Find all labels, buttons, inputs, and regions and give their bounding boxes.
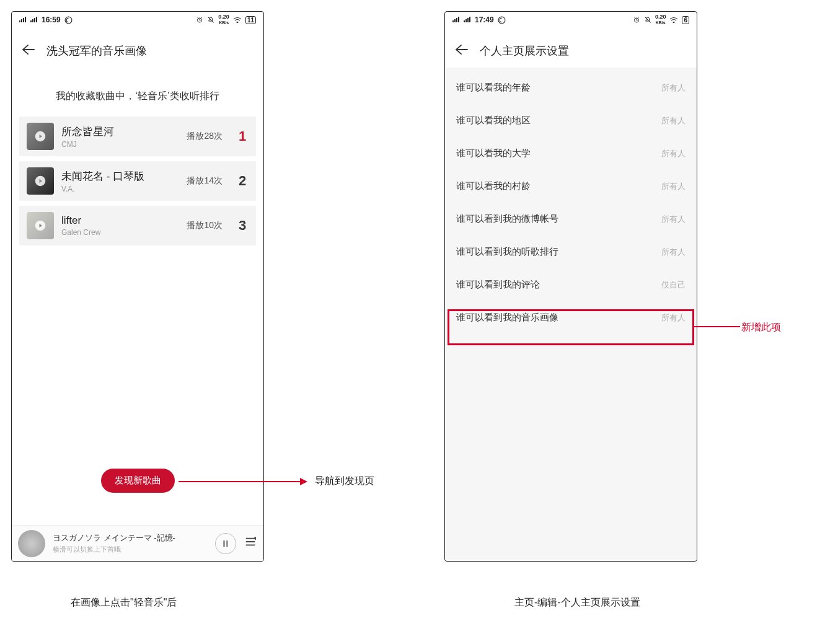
song-row[interactable]: 所念皆星河 CMJ 播放28次 1: [19, 117, 256, 156]
app-header: 洗头冠军的音乐画像: [12, 28, 263, 68]
song-thumb: [27, 212, 54, 239]
netease-icon: [64, 16, 73, 24]
settings-list: 谁可以看我的年龄所有人 谁可以看我的地区所有人 谁可以看我的大学所有人 谁可以看…: [445, 68, 697, 334]
mute-icon: [207, 16, 214, 24]
song-artist: V.A.: [61, 185, 179, 193]
song-list: 所念皆星河 CMJ 播放28次 1 未闻花名 - 口琴版 V.A. 播放14次 …: [12, 117, 263, 245]
alarm-icon: [196, 16, 203, 24]
player-thumb: [18, 530, 45, 557]
arrow-icon: [179, 474, 307, 489]
svg-rect-5: [223, 540, 225, 547]
caption-right: 主页-编辑-个人主页展示设置: [514, 596, 640, 609]
settings-row-college[interactable]: 谁可以看我的大学所有人: [445, 137, 697, 170]
page-title: 洗头冠军的音乐画像: [46, 43, 147, 58]
signal-icon: [452, 17, 460, 23]
song-title: 未闻花名 - 口琴版: [61, 169, 179, 183]
song-title: 所念皆星河: [61, 125, 179, 139]
connector-line-icon: [694, 323, 740, 330]
mini-player[interactable]: ヨスガノソラ メインテーマ -記憶- 横滑可以切换上下首哦: [12, 525, 263, 561]
settings-row-weibo[interactable]: 谁可以看到我的微博帐号所有人: [445, 203, 697, 236]
battery-icon: 11: [245, 16, 256, 24]
phone-screenshot-right: 17:49 0.20KB/s 6: [444, 11, 697, 562]
song-thumb: [27, 123, 54, 150]
status-bar: 16:59 0.20KB/s 11: [12, 12, 263, 28]
song-plays: 播放10次: [187, 220, 223, 231]
status-bar: 17:49 0.20KB/s 6: [445, 12, 697, 28]
alarm-icon: [633, 16, 640, 24]
back-icon[interactable]: [22, 43, 35, 59]
song-thumb: [27, 167, 54, 195]
settings-row-rank[interactable]: 谁可以看到我的听歌排行所有人: [445, 236, 697, 268]
svg-marker-10: [300, 478, 307, 485]
app-header: 个人主页展示设置: [445, 28, 697, 68]
settings-row-comment[interactable]: 谁可以看到我的评论仅自己: [445, 268, 697, 301]
svg-rect-6: [226, 540, 228, 547]
settings-row-music-portrait[interactable]: 谁可以看到我的音乐画像所有人: [445, 301, 697, 334]
signal-icon: [30, 17, 38, 23]
song-artist: CMJ: [61, 140, 179, 149]
net-speed: 0.20KB/s: [655, 14, 666, 25]
song-artist: Galen Crew: [61, 228, 179, 237]
player-sub: 横滑可以切换上下首哦: [53, 545, 208, 554]
pause-icon[interactable]: [215, 533, 236, 554]
song-row[interactable]: 未闻花名 - 口琴版 V.A. 播放14次 2: [19, 161, 256, 201]
back-icon[interactable]: [455, 43, 469, 59]
netease-icon: [498, 16, 506, 24]
status-time: 16:59: [42, 15, 61, 24]
signal-icon: [19, 17, 27, 23]
signal-icon: [464, 17, 471, 23]
wifi-icon: [233, 17, 242, 23]
discover-button[interactable]: 发现新歌曲: [101, 469, 175, 493]
discover-button-label: 发现新歌曲: [115, 475, 161, 485]
net-speed: 0.20KB/s: [218, 14, 229, 25]
annotation-new-item: 新增此项: [741, 321, 781, 334]
settings-row-region[interactable]: 谁可以看我的地区所有人: [445, 104, 697, 137]
song-row[interactable]: lifter Galen Crew 播放10次 3: [19, 206, 256, 245]
rank-caption: 我的收藏歌曲中，‘轻音乐’类收听排行: [12, 68, 263, 117]
player-title: ヨスガノソラ メインテーマ -記憶-: [53, 532, 208, 544]
caption-left: 在画像上点击"轻音乐"后: [71, 596, 177, 609]
page-title: 个人主页展示设置: [480, 43, 569, 58]
mute-icon: [644, 16, 651, 24]
song-rank: 1: [236, 128, 249, 144]
playlist-icon[interactable]: [244, 536, 257, 550]
song-rank: 2: [236, 173, 249, 189]
song-title: lifter: [61, 214, 179, 227]
battery-icon: 6: [682, 16, 689, 24]
settings-row-account-age[interactable]: 谁可以看我的村龄所有人: [445, 170, 697, 203]
song-plays: 播放14次: [187, 175, 223, 187]
wifi-icon: [669, 17, 678, 23]
status-time: 17:49: [475, 15, 494, 24]
settings-row-age[interactable]: 谁可以看我的年龄所有人: [445, 71, 697, 104]
song-plays: 播放28次: [187, 131, 223, 142]
song-rank: 3: [236, 218, 249, 234]
annotation-discover: 导航到发现页: [315, 475, 374, 488]
